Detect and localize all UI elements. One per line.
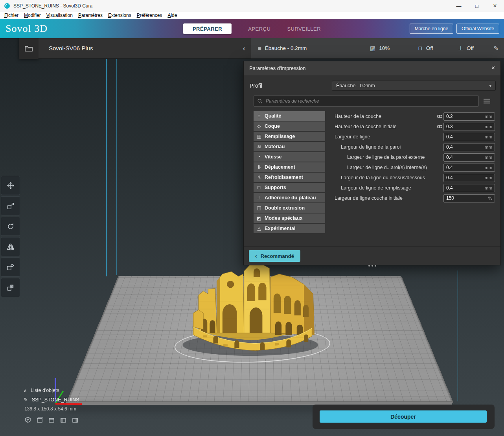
search-box[interactable] — [254, 96, 479, 107]
title-bar: SSP_STONE_RUINS - Sovol3D Cura — □ × — [0, 0, 504, 12]
view-front-icon[interactable] — [36, 416, 43, 423]
config-profile[interactable]: ≡ Ébauche - 0.2mm — [258, 45, 370, 52]
slice-button[interactable]: Découper — [320, 410, 487, 423]
link-icon[interactable] — [436, 114, 443, 119]
category-modes-speciaux[interactable]: ◩Modes spéciaux — [254, 213, 325, 223]
rotate-icon — [6, 222, 15, 231]
view-top-icon[interactable] — [48, 416, 55, 423]
view-left-icon[interactable] — [60, 416, 67, 423]
settings-menu-icon[interactable] — [484, 99, 490, 103]
minimize-button[interactable]: — — [450, 0, 468, 12]
search-icon — [257, 98, 263, 104]
setting-input-box[interactable]: mm — [443, 133, 495, 141]
setting-label: Hauteur de la couche initiale — [335, 124, 436, 129]
infill-icon: ▨ — [370, 45, 375, 52]
scale-icon — [6, 202, 15, 210]
setting-input-box[interactable]: mm — [443, 153, 495, 162]
config-infill[interactable]: ▨ 10% — [370, 45, 418, 52]
special-modes-icon: ◩ — [254, 215, 265, 221]
category-deplacement[interactable]: ⇅Déplacement — [254, 162, 325, 172]
menu-extensions[interactable]: Extensions — [105, 12, 134, 18]
maximize-button[interactable]: □ — [468, 0, 486, 12]
setting-label: Largeur de ligne couche initiale — [335, 195, 436, 201]
setting-label: Hauteur de la couche — [335, 114, 436, 119]
menu-fichier[interactable]: Fichier — [2, 12, 21, 18]
collapse-sidebar-icon[interactable]: ‹ — [243, 44, 245, 53]
category-materiau[interactable]: ≋Matériau — [254, 142, 325, 151]
dual-extrusion-icon: ◫ — [254, 205, 265, 211]
setting-input-box[interactable]: mm — [443, 164, 495, 172]
printer-name: Sovol-SV06 Plus — [49, 45, 243, 52]
category-adherence[interactable]: ⊥Adhérence du plateau — [254, 193, 325, 202]
rotate-tool[interactable] — [1, 217, 20, 236]
per-model-settings-tool[interactable] — [1, 258, 20, 277]
profile-dropdown[interactable]: Ébauche - 0.2mm ▾ — [332, 81, 496, 91]
search-input[interactable] — [265, 98, 475, 104]
menu-preferences[interactable]: Préférences — [134, 12, 165, 18]
menu-parametres[interactable]: Paramètres — [75, 12, 105, 18]
open-file-button[interactable] — [19, 37, 39, 59]
close-icon[interactable]: × — [491, 65, 495, 71]
setting-row: Largeur de la ligne du dessus/dessous mm — [335, 173, 495, 183]
object-list-toggle[interactable]: ∧ Liste d'objets — [24, 388, 79, 393]
edit-settings-icon[interactable]: ✎ — [493, 45, 500, 52]
app-icon — [4, 3, 10, 9]
model-stone-ruins[interactable] — [175, 253, 329, 361]
travel-icon: ⇅ — [254, 164, 265, 170]
support-blocker-tool[interactable] — [1, 278, 20, 297]
category-coque[interactable]: ◇Coque — [254, 121, 325, 131]
category-qualite[interactable]: ≡Qualité — [254, 111, 325, 121]
setting-row: Largeur de ligne couche initiale % — [335, 193, 495, 203]
view-3d-icon[interactable] — [24, 416, 31, 423]
panel-resize-handle[interactable] — [368, 265, 376, 267]
panel-header[interactable]: Paramètres d'impression × — [244, 61, 500, 75]
config-support[interactable]: ⊓ Off — [418, 45, 458, 52]
object-list-item[interactable]: ✎ SSP_STONE_RUINS — [24, 397, 79, 403]
per-model-settings-icon — [6, 263, 15, 272]
material-icon: ≋ — [254, 144, 265, 149]
marketplace-button[interactable]: Marché en ligne — [410, 24, 453, 34]
settings-list: Hauteur de la couche mm Hauteur de la co… — [325, 111, 495, 234]
menu-aide[interactable]: Aide — [165, 12, 180, 18]
link-icon[interactable] — [436, 124, 443, 129]
brand-logo: Sovol 3D — [6, 23, 48, 35]
menu-modifier[interactable]: Modifier — [21, 12, 44, 18]
setting-input-box[interactable]: mm — [443, 174, 495, 182]
layer-height-icon: ≡ — [258, 45, 261, 52]
move-tool[interactable] — [1, 176, 20, 195]
setting-value-input[interactable] — [444, 195, 495, 201]
official-website-button[interactable]: Official Website — [456, 24, 499, 34]
setting-input-box[interactable]: mm — [443, 123, 495, 131]
category-refroidissement[interactable]: ✳Refroidissement — [254, 173, 325, 182]
category-remplissage[interactable]: ▦Remplissage — [254, 132, 325, 141]
setting-label: Largeur de ligne de la paroi — [335, 144, 436, 150]
setting-input-box[interactable]: % — [443, 194, 495, 202]
tab-preparer[interactable]: PRÉPARER — [183, 23, 232, 34]
print-config-bar[interactable]: ≡ Ébauche - 0.2mm ▨ 10% ⊓ Off ⊥ Off ✎ — [251, 38, 504, 59]
setting-label: Largeur de ligne de la paroi externe — [335, 155, 436, 160]
setting-label: Largeur de ligne de remplissage — [335, 185, 436, 191]
scale-tool[interactable] — [1, 196, 20, 215]
view-right-icon[interactable] — [72, 416, 79, 423]
setting-input-box[interactable]: mm — [443, 184, 495, 192]
category-list: ≡Qualité ◇Coque ▦Remplissage ≋Matériau ◔… — [254, 111, 325, 234]
setting-input-box[interactable]: mm — [443, 143, 495, 151]
speed-icon: ◔ — [254, 154, 265, 160]
category-vitesse[interactable]: ◔Vitesse — [254, 152, 325, 162]
menu-visualisation[interactable]: Visualisation — [44, 12, 75, 18]
tab-surveiller[interactable]: SURVEILLER — [287, 26, 321, 31]
printer-selector[interactable]: Sovol-SV06 Plus ‹ — [39, 38, 251, 59]
config-adhesion[interactable]: ⊥ Off — [458, 45, 493, 52]
setting-label: Largeur de ligne — [335, 134, 436, 140]
recommended-mode-button[interactable]: ‹ Recommandé — [249, 250, 300, 262]
category-supports[interactable]: ⊓Supports — [254, 183, 325, 192]
object-list-label: Liste d'objets — [31, 388, 59, 393]
tab-apercu[interactable]: APERÇU — [248, 26, 270, 31]
mirror-tool[interactable] — [1, 237, 20, 256]
category-double-extrusion[interactable]: ◫Double extrusion — [254, 203, 325, 213]
setting-input-box[interactable]: mm — [443, 112, 495, 121]
category-experimental[interactable]: △Expérimental — [254, 224, 325, 233]
rename-icon[interactable]: ✎ — [24, 397, 28, 403]
close-button[interactable]: × — [486, 0, 504, 12]
profil-label: Profil — [250, 83, 262, 89]
